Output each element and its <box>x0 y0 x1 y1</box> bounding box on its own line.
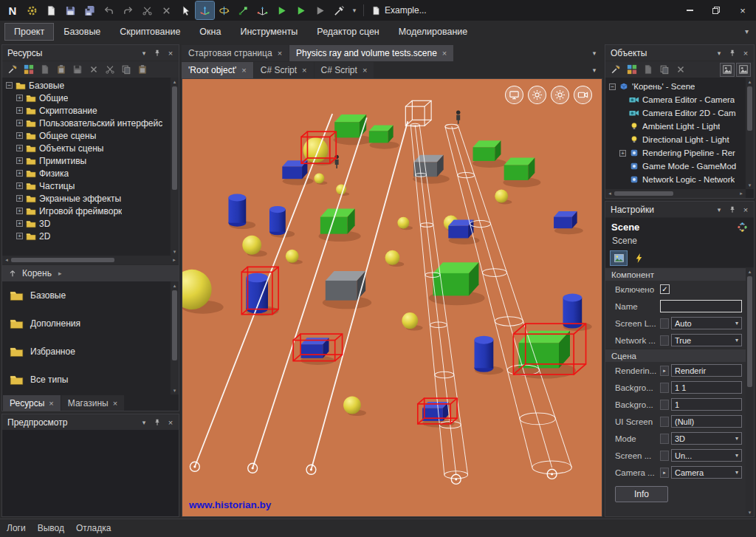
scroll-left-icon[interactable]: ◂ <box>2 257 11 263</box>
3d-viewport[interactable]: www.historian.by <box>182 78 602 517</box>
status-item-3[interactable]: Отладка <box>76 523 111 533</box>
tab-list-button[interactable]: ▾ <box>586 62 602 78</box>
brightness-button[interactable] <box>551 86 569 104</box>
scroll-down-icon[interactable]: ▾ <box>746 508 754 516</box>
palette-button[interactable] <box>21 63 36 77</box>
info-button[interactable]: Info <box>615 486 668 502</box>
close-icon[interactable]: × <box>113 399 117 408</box>
events-tab[interactable] <box>630 250 647 266</box>
expand-property-button[interactable]: ▸ <box>660 468 669 478</box>
resources-tree-item[interactable]: +2D <box>2 230 171 242</box>
resources-tree-item[interactable]: +Физика <box>2 167 171 179</box>
properties-tab[interactable] <box>610 250 628 266</box>
breadcrumb-label[interactable]: Корень <box>22 268 52 278</box>
resources-tree-item[interactable]: −Базовые <box>2 79 171 92</box>
close-button[interactable]: × <box>729 0 756 21</box>
close-icon[interactable]: × <box>740 204 752 216</box>
tools-button[interactable] <box>5 63 20 77</box>
category-item[interactable]: Базовые <box>2 281 171 309</box>
close-icon[interactable]: × <box>241 66 246 75</box>
objects-tree-item[interactable]: Game Mode - GameMod <box>605 160 746 173</box>
new-object-button[interactable] <box>641 63 656 77</box>
text-field[interactable] <box>660 300 742 312</box>
expand-icon[interactable]: + <box>16 107 23 114</box>
objects-tree-item[interactable]: Camera Editor - Camera <box>605 93 746 106</box>
property-options-button[interactable] <box>660 417 669 427</box>
resources-tree-item[interactable]: +3D <box>2 217 171 230</box>
collapse-icon[interactable]: − <box>6 82 13 89</box>
transform-tool-button[interactable] <box>253 1 272 19</box>
document-tab-2[interactable]: Physics ray and volume tests.scene× <box>289 45 453 61</box>
expand-icon[interactable]: + <box>16 220 23 227</box>
restore-button[interactable] <box>703 0 729 21</box>
scroll-left-icon[interactable]: ◂ <box>605 191 614 196</box>
new-file-button[interactable] <box>42 1 61 19</box>
save-all-button[interactable] <box>80 1 99 19</box>
expand-icon[interactable]: + <box>16 195 23 202</box>
text-field[interactable]: 1 <box>671 398 742 411</box>
close-icon[interactable]: × <box>278 49 282 58</box>
property-options-button[interactable] <box>660 400 669 410</box>
scroll-up-icon[interactable]: ▴ <box>746 78 754 86</box>
play-scene-button[interactable] <box>292 1 310 19</box>
menu-overflow-button[interactable]: ▾ <box>745 27 752 35</box>
horizontal-scrollbar[interactable]: ◂ ▸ <box>605 189 746 198</box>
pin-icon[interactable] <box>151 47 163 59</box>
delete-button[interactable] <box>157 1 176 19</box>
category-item[interactable]: Все типы <box>2 366 171 394</box>
delete-button[interactable] <box>673 63 688 77</box>
expand-icon[interactable]: + <box>16 120 23 126</box>
menu-item-3[interactable]: Скриптование <box>110 23 190 41</box>
bottom-tab-2[interactable]: Магазины× <box>61 395 124 411</box>
chevron-down-icon[interactable]: ▾ <box>138 47 150 59</box>
menu-item-7[interactable]: Моделирование <box>389 23 478 41</box>
pin-icon[interactable] <box>726 204 738 216</box>
horizontal-scrollbar[interactable]: ◂ ▸ <box>2 256 179 264</box>
object-settings-gear-icon[interactable] <box>737 222 748 233</box>
sub-tab-2[interactable]: C# Script× <box>254 62 314 78</box>
vertical-scrollbar[interactable]: ▴ ▾ <box>746 267 754 516</box>
save-button[interactable] <box>70 63 85 77</box>
text-field[interactable]: Renderir <box>671 364 742 377</box>
objects-tree-item[interactable]: Directional Light - Light <box>605 133 746 146</box>
tab-list-button[interactable]: ▾ <box>586 45 602 61</box>
resources-tree-item[interactable]: +Экранные эффекты <box>2 192 171 205</box>
engine-settings-button[interactable] <box>23 1 41 19</box>
objects-tree-item[interactable]: Network Logic - Network <box>605 173 746 186</box>
close-icon[interactable]: × <box>49 399 53 408</box>
dropdown[interactable]: 3D▾ <box>671 432 742 445</box>
scene-render[interactable] <box>182 79 602 516</box>
expand-icon[interactable]: + <box>16 233 23 239</box>
menu-item-1[interactable]: Проект <box>4 23 54 41</box>
expand-icon[interactable]: + <box>16 145 23 151</box>
tools-button[interactable] <box>608 63 623 77</box>
scene-object-gcube[interactable] <box>429 262 485 305</box>
resources-tree-item[interactable]: +Общее сцены <box>2 129 171 142</box>
text-field[interactable]: (Null) <box>671 415 742 428</box>
close-icon[interactable]: × <box>442 49 447 58</box>
camera-button[interactable] <box>574 86 592 104</box>
sub-tab-3[interactable]: C# Script× <box>315 62 374 78</box>
category-item[interactable]: Дополнения <box>2 309 171 338</box>
minimize-button[interactable] <box>676 0 703 21</box>
scroll-up-icon[interactable]: ▴ <box>171 78 179 86</box>
scroll-up-icon[interactable]: ▴ <box>171 281 179 290</box>
play-button[interactable] <box>272 1 291 19</box>
close-icon[interactable]: × <box>362 66 367 75</box>
menu-item-5[interactable]: Инструменты <box>230 23 307 41</box>
dropdown[interactable]: True▾ <box>671 334 742 346</box>
objects-tree-item[interactable]: Camera Editor 2D - Cam <box>605 106 746 120</box>
category-item[interactable]: Избранное <box>2 338 171 366</box>
scrollbar-thumb[interactable] <box>614 191 673 196</box>
dropdown[interactable]: Auto▾ <box>671 317 742 329</box>
property-options-button[interactable] <box>660 318 669 329</box>
sub-tab-1[interactable]: 'Root object'× <box>182 62 253 78</box>
text-field[interactable]: 1 1 <box>671 381 742 394</box>
list-view-button[interactable] <box>720 63 735 77</box>
run-button[interactable] <box>311 1 329 19</box>
vertical-scrollbar[interactable]: ▴ ▾ <box>746 78 754 189</box>
expand-icon[interactable]: + <box>619 150 626 157</box>
resources-tree-item[interactable]: +Скриптование <box>2 104 171 117</box>
resources-tree-item[interactable]: +Объекты сцены <box>2 142 171 154</box>
scroll-down-icon[interactable]: ▾ <box>171 386 179 394</box>
